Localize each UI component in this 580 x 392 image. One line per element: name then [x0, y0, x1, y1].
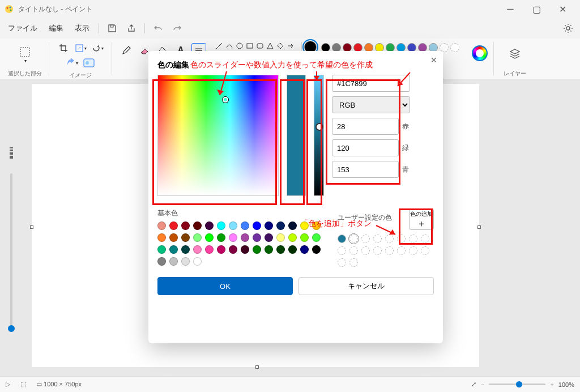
basic-color-swatch[interactable]: [205, 233, 214, 242]
user-color-swatch[interactable]: [349, 246, 358, 255]
basic-color-swatch[interactable]: [181, 245, 190, 254]
color-mode-select[interactable]: RGB: [332, 96, 410, 113]
basic-color-swatch[interactable]: [241, 233, 249, 242]
red-label: 赤: [402, 122, 410, 131]
hue-thumb[interactable]: [315, 123, 323, 131]
basic-color-swatch[interactable]: [181, 221, 190, 230]
basic-color-swatch[interactable]: [276, 233, 285, 242]
basic-color-swatch[interactable]: [229, 233, 237, 242]
basic-color-swatch[interactable]: [265, 233, 273, 242]
basic-color-swatch[interactable]: [288, 233, 297, 242]
user-color-swatch[interactable]: [338, 235, 346, 243]
dialog-close-button[interactable]: ✕: [430, 56, 437, 65]
basic-color-swatch[interactable]: [205, 221, 214, 230]
basic-color-swatch[interactable]: [181, 257, 190, 266]
user-color-swatch[interactable]: [409, 246, 417, 255]
ok-button[interactable]: OK: [157, 277, 293, 295]
green-input[interactable]: [332, 139, 399, 156]
basic-color-swatch[interactable]: [217, 233, 225, 242]
basic-colors: [157, 221, 327, 266]
user-color-swatch[interactable]: [397, 235, 406, 243]
basic-color-swatch[interactable]: [169, 245, 178, 254]
basic-color-swatch[interactable]: [193, 221, 202, 230]
basic-color-swatch[interactable]: [193, 245, 202, 254]
basic-color-swatch[interactable]: [169, 233, 178, 242]
basic-color-swatch[interactable]: [241, 221, 249, 230]
cancel-button[interactable]: キャンセル: [298, 277, 434, 295]
basic-color-swatch[interactable]: [169, 257, 178, 266]
user-color-swatch[interactable]: [385, 235, 394, 243]
basic-color-swatch[interactable]: [169, 221, 178, 230]
basic-color-swatch[interactable]: [265, 245, 273, 254]
blue-input[interactable]: [332, 161, 399, 178]
basic-color-swatch[interactable]: [217, 245, 225, 254]
add-color-label: 色の追加: [410, 210, 433, 218]
blue-label: 青: [402, 165, 410, 174]
basic-color-swatch[interactable]: [312, 245, 321, 254]
basic-color-swatch[interactable]: [181, 233, 190, 242]
user-color-swatch[interactable]: [338, 258, 346, 267]
plus-icon: ＋: [417, 219, 426, 228]
basic-color-swatch[interactable]: [205, 245, 214, 254]
basic-color-swatch[interactable]: [241, 245, 249, 254]
basic-color-swatch[interactable]: [300, 233, 309, 242]
user-color-swatch[interactable]: [385, 246, 394, 255]
basic-color-swatch[interactable]: [157, 233, 166, 242]
user-color-swatch[interactable]: [421, 235, 429, 243]
basic-colors-label: 基本色: [157, 208, 327, 218]
user-color-swatch[interactable]: [349, 258, 358, 267]
basic-color-swatch[interactable]: [253, 245, 261, 254]
color-preview: [287, 75, 306, 196]
basic-color-swatch[interactable]: [276, 245, 285, 254]
dialog-title: 色の編集: [157, 60, 434, 70]
green-label: 緑: [402, 143, 410, 153]
basic-color-swatch[interactable]: [229, 245, 237, 254]
basic-color-swatch[interactable]: [265, 221, 273, 230]
basic-color-swatch[interactable]: [312, 233, 321, 242]
basic-color-swatch[interactable]: [312, 221, 321, 230]
user-colors: [338, 235, 434, 267]
user-color-swatch[interactable]: [373, 235, 382, 243]
edit-color-dialog: ✕ 色の編集 RGB 赤 緑 青: [148, 51, 443, 343]
basic-color-swatch[interactable]: [253, 221, 261, 230]
user-color-swatch[interactable]: [361, 246, 370, 255]
saturation-field[interactable]: [157, 75, 279, 196]
basic-color-swatch[interactable]: [276, 221, 285, 230]
basic-color-swatch[interactable]: [193, 257, 202, 266]
basic-color-swatch[interactable]: [157, 245, 166, 254]
basic-color-swatch[interactable]: [300, 221, 309, 230]
user-color-swatch[interactable]: [409, 235, 417, 243]
user-color-swatch[interactable]: [373, 246, 382, 255]
user-color-swatch[interactable]: [421, 246, 429, 255]
user-color-swatch[interactable]: [397, 246, 406, 255]
basic-color-swatch[interactable]: [253, 233, 261, 242]
user-color-swatch[interactable]: [361, 235, 370, 243]
basic-color-swatch[interactable]: [288, 221, 297, 230]
basic-color-swatch[interactable]: [288, 245, 297, 254]
add-color-button[interactable]: 色の追加 ＋: [409, 208, 434, 230]
hex-input[interactable]: [332, 75, 410, 92]
red-input[interactable]: [332, 118, 399, 135]
basic-color-swatch[interactable]: [157, 221, 166, 230]
user-colors-label: ユーザー設定の色: [338, 213, 392, 223]
basic-color-swatch[interactable]: [217, 221, 225, 230]
saturation-cursor[interactable]: [223, 97, 228, 103]
user-color-swatch[interactable]: [338, 246, 346, 255]
basic-color-swatch[interactable]: [300, 245, 309, 254]
user-color-swatch[interactable]: [349, 235, 358, 243]
hue-slider[interactable]: [314, 75, 324, 196]
basic-color-swatch[interactable]: [229, 221, 237, 230]
basic-color-swatch[interactable]: [157, 257, 166, 266]
basic-color-swatch[interactable]: [193, 233, 202, 242]
